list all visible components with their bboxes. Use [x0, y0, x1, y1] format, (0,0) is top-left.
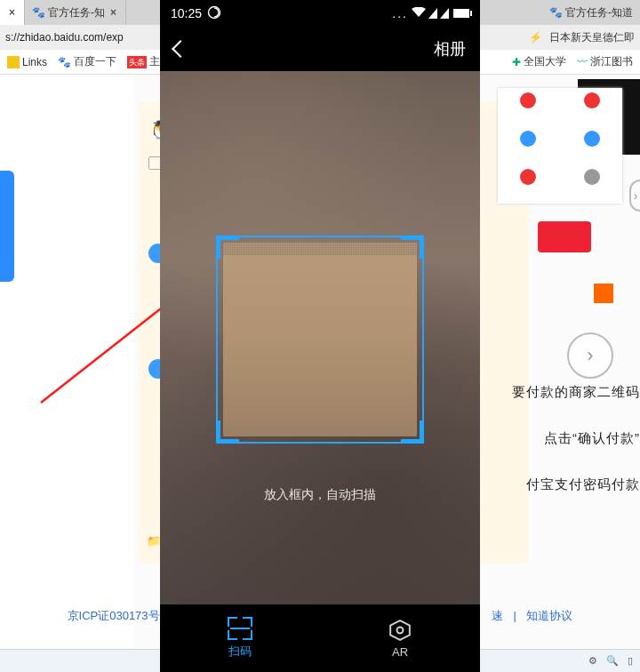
tab-title: 官方任务-知道: [565, 5, 633, 20]
baidu-icon: 🐾: [58, 56, 71, 68]
phone-screenshot: 10:25 ... 相册 放入框内，自动扫描: [160, 0, 480, 672]
univ-icon: ✚: [512, 56, 521, 68]
close-icon[interactable]: ×: [108, 6, 118, 19]
frame-corner-icon: [401, 420, 424, 444]
bookmark-baidu[interactable]: 🐾 百度一下: [58, 54, 116, 69]
footer-icp[interactable]: 京ICP证030173号: [68, 609, 160, 622]
phone-bottom-tabs: 扫码 AR: [160, 604, 480, 672]
browser-tab[interactable]: ×: [0, 0, 25, 25]
netease-icon: [207, 5, 221, 22]
bookmark-label: 浙江图书: [590, 54, 633, 69]
bookmark-univ[interactable]: ✚ 全国大学: [512, 54, 566, 69]
rss-icon[interactable]: ⚡: [529, 31, 542, 44]
grid-item[interactable]: [498, 92, 558, 127]
baidu-favicon: 🐾: [32, 6, 44, 19]
status-icon[interactable]: ⚙: [588, 655, 597, 667]
instruction-line: 点击“确认付款”: [544, 430, 640, 447]
scan-frame: [216, 236, 424, 444]
instruction-line: 要付款的商家二维码: [512, 384, 640, 401]
footer-fast[interactable]: 速: [492, 609, 503, 622]
more-icon: ...: [392, 6, 408, 20]
tab-label: AR: [392, 645, 408, 659]
ar-icon: [388, 619, 412, 642]
grid-item[interactable]: [562, 92, 622, 127]
grid-item[interactable]: [562, 131, 622, 165]
orange-badge: [594, 284, 613, 303]
dot-icon: [520, 92, 536, 108]
chevron-right-icon: ›: [587, 344, 593, 367]
svg-marker-2: [390, 620, 410, 640]
app-icon-grid: [498, 88, 622, 204]
tab-ar[interactable]: AR: [320, 604, 480, 672]
status-time: 10:25: [171, 6, 202, 20]
grid-item[interactable]: [498, 131, 558, 165]
back-button[interactable]: [174, 43, 187, 55]
bookmark-links[interactable]: Links: [7, 56, 47, 68]
dot-icon: [520, 131, 536, 147]
battery-icon: [453, 9, 469, 18]
signal-icon: [428, 8, 437, 19]
grid-item[interactable]: [562, 169, 622, 204]
footer-agreement[interactable]: 知道协议: [526, 609, 572, 622]
bookmark-label: 百度一下: [74, 54, 116, 69]
folder-icon: [7, 56, 20, 68]
bookmark-zjlib[interactable]: 〰 浙江图书: [577, 54, 633, 69]
tab-label: 扫码: [228, 644, 252, 660]
side-tab[interactable]: [0, 171, 14, 282]
frame-corner-icon: [216, 420, 239, 444]
status-icon[interactable]: 🔍: [606, 655, 619, 667]
phone-status-bar: 10:25 ...: [160, 0, 480, 27]
instruction-line: 付宝支付密码付款: [526, 476, 640, 493]
scan-target-area: [223, 243, 417, 436]
addr-suggestion: 日本新天皇德仁即: [549, 30, 635, 45]
scan-hint: 放入框内，自动扫描: [160, 487, 480, 503]
wifi-icon: [412, 6, 426, 20]
carousel-next-half[interactable]: ›: [629, 180, 640, 212]
chevron-left-icon: [172, 40, 189, 58]
scan-icon: [228, 617, 252, 640]
baidu-favicon: 🐾: [549, 6, 562, 19]
signal-icon: [440, 8, 449, 19]
red-envelope[interactable]: [538, 221, 591, 252]
lib-icon: 〰: [577, 56, 588, 68]
dot-icon: [584, 169, 600, 185]
dot-icon: [520, 169, 536, 185]
bookmark-label: Links: [22, 56, 47, 68]
dot-icon: [584, 131, 600, 147]
browser-tab[interactable]: 🐾 官方任务-知 ×: [25, 0, 126, 25]
bookmark-label: 全国大学: [524, 54, 566, 69]
grid-item[interactable]: [498, 169, 558, 204]
tab-scan[interactable]: 扫码: [160, 604, 320, 672]
browser-tab[interactable]: 🐾 官方任务-知道: [542, 0, 640, 25]
tab-title: 官方任务-知: [48, 5, 105, 20]
frame-corner-icon: [216, 236, 239, 259]
dot-icon: [584, 92, 600, 108]
camera-viewport: 放入框内，自动扫描: [160, 71, 480, 604]
status-icon[interactable]: ▯: [628, 655, 633, 667]
folder-icon: 📁: [147, 534, 161, 548]
svg-point-3: [397, 627, 404, 633]
phone-nav-bar: 相册: [160, 27, 480, 71]
album-button[interactable]: 相册: [434, 38, 466, 60]
carousel-next-button[interactable]: ›: [567, 332, 613, 379]
home-icon: 头条: [127, 56, 147, 68]
close-icon[interactable]: ×: [7, 6, 17, 19]
frame-corner-icon: [401, 236, 424, 259]
